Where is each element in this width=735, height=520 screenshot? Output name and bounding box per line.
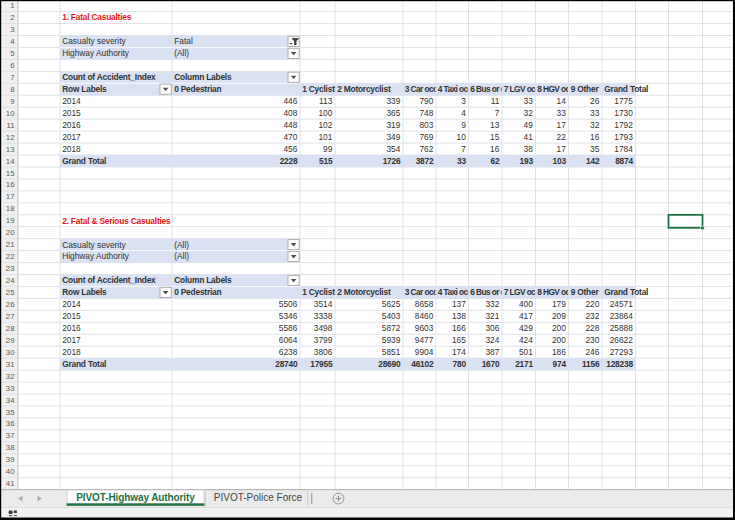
svg-text:19: 19 <box>6 216 15 225</box>
svg-text:34: 34 <box>6 396 15 405</box>
svg-text:10: 10 <box>457 132 467 142</box>
svg-text:Grand Total: Grand Total <box>604 287 648 297</box>
svg-text:470: 470 <box>283 132 297 142</box>
svg-text:23: 23 <box>6 264 15 273</box>
svg-text:424: 424 <box>519 335 533 345</box>
svg-text:37: 37 <box>6 431 15 440</box>
svg-text:2016: 2016 <box>62 323 81 333</box>
svg-text:41: 41 <box>524 132 534 142</box>
svg-text:246: 246 <box>585 347 599 357</box>
svg-text:38: 38 <box>524 144 534 154</box>
svg-text:29: 29 <box>6 336 15 345</box>
svg-text:22: 22 <box>557 132 567 142</box>
svg-text:10: 10 <box>6 109 15 118</box>
svg-text:400: 400 <box>519 299 533 309</box>
svg-text:62: 62 <box>491 156 500 166</box>
svg-text:25: 25 <box>6 288 15 297</box>
svg-text:33: 33 <box>557 108 567 118</box>
svg-text:1. Fatal Casualties: 1. Fatal Casualties <box>62 12 132 22</box>
svg-text:790: 790 <box>419 96 433 106</box>
svg-text:(All): (All) <box>174 251 189 261</box>
svg-text:17: 17 <box>6 192 15 201</box>
svg-text:Highway Authority: Highway Authority <box>62 48 130 58</box>
svg-text:2017: 2017 <box>62 132 81 142</box>
svg-text:174: 174 <box>452 347 466 357</box>
svg-text:17: 17 <box>557 144 567 154</box>
svg-text:Row Labels: Row Labels <box>62 84 107 94</box>
svg-text:8460: 8460 <box>415 311 434 321</box>
svg-text:2018: 2018 <box>62 144 81 154</box>
svg-text:28690: 28690 <box>378 359 401 369</box>
svg-text:803: 803 <box>419 120 433 130</box>
svg-text:5403: 5403 <box>382 311 401 321</box>
svg-text:2171: 2171 <box>515 359 533 369</box>
svg-text:2 Motorcyclist: 2 Motorcyclist <box>337 287 391 297</box>
svg-text:Highway Authority: Highway Authority <box>62 251 130 261</box>
svg-text:1775: 1775 <box>614 96 633 106</box>
svg-text:Casualty severity: Casualty severity <box>62 240 126 250</box>
svg-text:354: 354 <box>386 144 400 154</box>
svg-text:12: 12 <box>6 133 15 142</box>
svg-text:13: 13 <box>490 120 500 130</box>
svg-text:28: 28 <box>6 324 15 333</box>
svg-text:PIVOT-Police Force: PIVOT-Police Force <box>214 492 303 503</box>
svg-text:14: 14 <box>557 96 567 106</box>
svg-text:102: 102 <box>318 120 332 130</box>
svg-text:417: 417 <box>519 311 533 321</box>
svg-text:(All): (All) <box>174 48 189 58</box>
svg-text:2: 2 <box>10 13 14 22</box>
svg-text:24571: 24571 <box>610 299 634 309</box>
svg-text:142: 142 <box>586 156 600 166</box>
svg-text:7: 7 <box>495 108 500 118</box>
svg-text:5506: 5506 <box>279 299 298 309</box>
svg-text:8: 8 <box>10 85 14 94</box>
svg-text:200: 200 <box>552 335 566 345</box>
svg-text:9 Other: 9 Other <box>571 84 600 94</box>
svg-text:9 Other: 9 Other <box>571 287 600 297</box>
svg-text:748: 748 <box>419 108 433 118</box>
svg-text:3498: 3498 <box>314 323 333 333</box>
svg-text:306: 306 <box>485 323 499 333</box>
svg-text:36: 36 <box>6 419 15 428</box>
svg-text:38: 38 <box>6 443 15 452</box>
svg-text:974: 974 <box>553 359 567 369</box>
svg-text:232: 232 <box>585 311 599 321</box>
svg-text:23864: 23864 <box>610 311 634 321</box>
svg-text:16: 16 <box>6 180 15 189</box>
svg-text:9: 9 <box>10 97 14 106</box>
svg-text:40: 40 <box>6 467 15 476</box>
svg-text:26622: 26622 <box>610 335 634 345</box>
svg-text:9603: 9603 <box>415 323 434 333</box>
svg-text:7: 7 <box>461 144 466 154</box>
svg-text:Grand Total: Grand Total <box>62 359 106 369</box>
svg-text:137: 137 <box>452 299 466 309</box>
svg-text:762: 762 <box>419 144 433 154</box>
svg-text:408: 408 <box>283 108 297 118</box>
svg-text:Column Labels: Column Labels <box>174 275 232 285</box>
svg-text:11: 11 <box>491 96 500 106</box>
svg-text:33: 33 <box>6 384 15 393</box>
svg-text:3: 3 <box>10 25 14 34</box>
svg-text:1793: 1793 <box>614 132 633 142</box>
svg-text:0 Pedestrian: 0 Pedestrian <box>174 84 221 94</box>
svg-text:321: 321 <box>485 311 499 321</box>
svg-text:15: 15 <box>490 132 500 142</box>
svg-text:35: 35 <box>590 144 600 154</box>
svg-text:28740: 28740 <box>275 359 298 369</box>
svg-text:17: 17 <box>557 120 567 130</box>
svg-text:780: 780 <box>453 359 467 369</box>
svg-text:Count of Accident_Index: Count of Accident_Index <box>62 275 156 285</box>
svg-text:1726: 1726 <box>383 156 401 166</box>
svg-text:3872: 3872 <box>416 156 434 166</box>
svg-text:39: 39 <box>6 455 15 464</box>
svg-text:35: 35 <box>6 408 15 417</box>
svg-text:220: 220 <box>585 299 599 309</box>
svg-text:9: 9 <box>461 120 466 130</box>
svg-text:Grand Total: Grand Total <box>62 156 106 166</box>
svg-text:11: 11 <box>6 121 14 130</box>
svg-text:1784: 1784 <box>614 144 633 154</box>
svg-text:6238: 6238 <box>279 347 298 357</box>
svg-text:515: 515 <box>319 156 333 166</box>
svg-text:138: 138 <box>452 311 466 321</box>
svg-text:501: 501 <box>519 347 533 357</box>
